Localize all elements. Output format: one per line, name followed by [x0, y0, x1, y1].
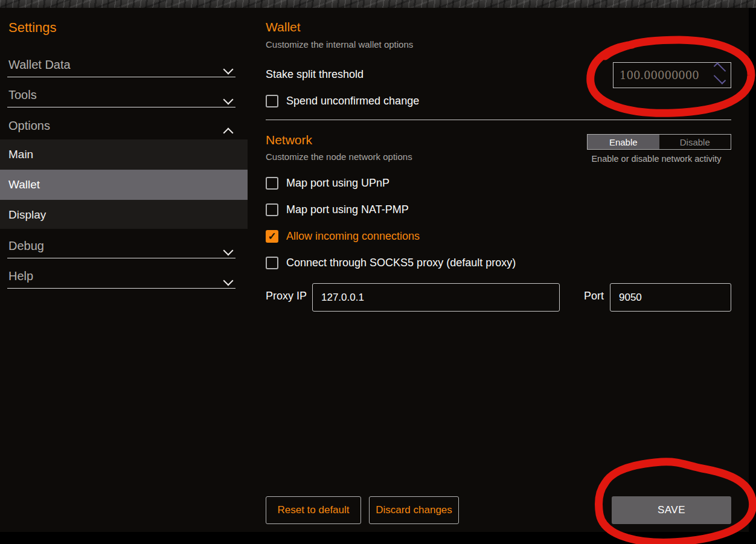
spinner-down-icon[interactable]	[714, 72, 726, 85]
sidebar-item-debug[interactable]: Debug	[8, 237, 235, 254]
sidebar-divider	[7, 77, 235, 77]
settings-screen: Settings Wallet Data Tools Options Main …	[0, 8, 749, 532]
sidebar-item-label: Debug	[8, 239, 44, 252]
network-section-title: Network	[266, 133, 312, 147]
socks5-proxy-checkbox[interactable]	[266, 257, 278, 269]
spend-unconfirmed-change-row: Spend unconfirmed change	[266, 94, 419, 109]
allow-incoming-row: ✓ Allow incoming connections	[266, 229, 420, 244]
sidebar-item-help[interactable]: Help	[8, 267, 235, 284]
header-texture-bar	[0, 0, 756, 8]
stake-split-threshold-input[interactable]	[613, 63, 710, 88]
options-submenu: Main Wallet Display	[0, 139, 248, 229]
proxy-ip-label: Proxy IP	[266, 290, 307, 302]
save-button[interactable]: SAVE	[612, 496, 731, 524]
sidebar-item-wallet-data[interactable]: Wallet Data	[8, 56, 235, 73]
chevron-down-icon	[225, 91, 232, 107]
page-title: Settings	[8, 20, 57, 36]
port-input[interactable]	[610, 283, 731, 312]
sidebar-divider	[7, 107, 235, 107]
map-port-natpmp-checkbox[interactable]	[266, 203, 278, 216]
stake-split-threshold-label: Stake split threshold	[266, 68, 364, 81]
discard-changes-button[interactable]: Discard changes	[369, 496, 459, 524]
sidebar-divider	[7, 258, 235, 258]
reset-to-default-button[interactable]: Reset to default	[266, 496, 361, 524]
checkbox-label: Allow incoming connections	[286, 230, 420, 243]
sidebar-item-label: Options	[8, 119, 50, 132]
enable-button[interactable]: Enable	[588, 135, 659, 149]
map-port-upnp-checkbox[interactable]	[266, 177, 278, 190]
spinner-buttons	[714, 66, 726, 85]
socks5-row: Connect through SOCKS5 proxy (default pr…	[266, 255, 516, 270]
wallet-section-title: Wallet	[266, 20, 301, 34]
chevron-down-icon	[225, 272, 232, 289]
wallet-section-subtitle: Customize the internal wallet options	[266, 39, 413, 50]
network-section-subtitle: Customize the node network options	[266, 152, 412, 162]
sidebar-item-label: Wallet Data	[8, 58, 71, 71]
section-divider	[266, 120, 731, 120]
port-label: Port	[584, 290, 604, 302]
spend-unconfirmed-change-checkbox[interactable]	[266, 95, 278, 107]
natpmp-row: Map port using NAT-PMP	[266, 202, 409, 217]
checkbox-label: Connect through SOCKS5 proxy (default pr…	[286, 257, 516, 269]
sidebar-item-tools[interactable]: Tools	[8, 86, 235, 103]
chevron-down-icon	[225, 242, 232, 258]
checkbox-label: Map port using UPnP	[286, 177, 389, 190]
disable-button[interactable]: Disable	[659, 135, 731, 149]
checkmark-icon: ✓	[267, 231, 276, 242]
sidebar-item-options[interactable]: Options	[8, 117, 235, 134]
sidebar-item-label: Tools	[8, 88, 37, 101]
sidebar-item-display[interactable]: Display	[0, 200, 248, 230]
proxy-ip-input[interactable]	[312, 283, 560, 312]
sidebar-item-main[interactable]: Main	[0, 139, 248, 170]
allow-incoming-connections-checkbox[interactable]: ✓	[266, 230, 278, 243]
upnp-row: Map port using UPnP	[266, 176, 389, 191]
chevron-up-icon	[225, 124, 232, 141]
network-toggle-hint: Enable or disable network activity	[581, 154, 732, 164]
checkbox-label: Spend unconfirmed change	[286, 95, 419, 107]
checkbox-label: Map port using NAT-PMP	[286, 203, 409, 216]
network-activity-toggle: Enable Disable	[587, 134, 731, 150]
sidebar-item-wallet[interactable]: Wallet	[0, 170, 248, 200]
sidebar-item-label: Help	[8, 269, 33, 283]
stake-split-threshold-spinbox	[613, 62, 731, 88]
sidebar-divider	[7, 288, 235, 289]
chevron-down-icon	[225, 60, 232, 77]
app-window: Settings Wallet Data Tools Options Main …	[0, 0, 756, 544]
